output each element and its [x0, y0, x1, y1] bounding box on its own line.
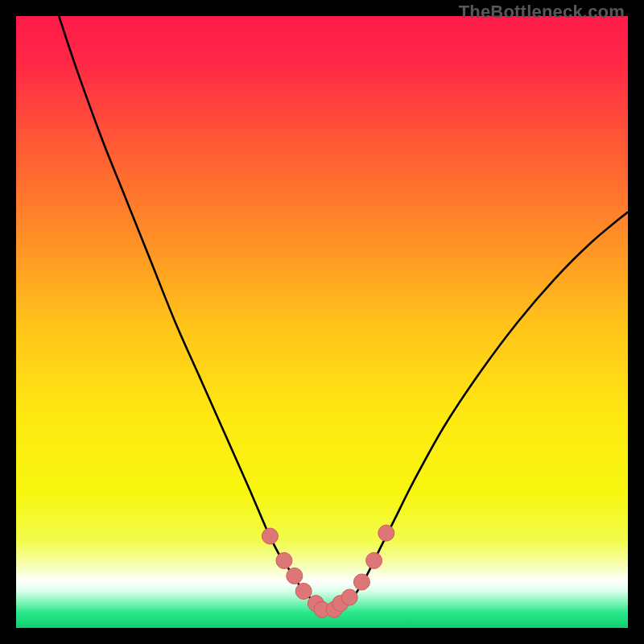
watermark-text: TheBottleneck.com [459, 2, 625, 23]
marker-dot [276, 552, 292, 568]
marker-dot [287, 568, 303, 584]
chart-plot-area [16, 16, 628, 628]
chart-background [16, 16, 628, 628]
marker-dot [262, 528, 278, 544]
marker-dot [378, 525, 394, 541]
marker-dot [341, 589, 357, 605]
marker-dot [366, 552, 382, 568]
marker-dot [295, 583, 312, 599]
marker-dot [353, 574, 369, 590]
bottleneck-chart [16, 16, 628, 628]
chart-frame: TheBottleneck.com [0, 0, 644, 644]
